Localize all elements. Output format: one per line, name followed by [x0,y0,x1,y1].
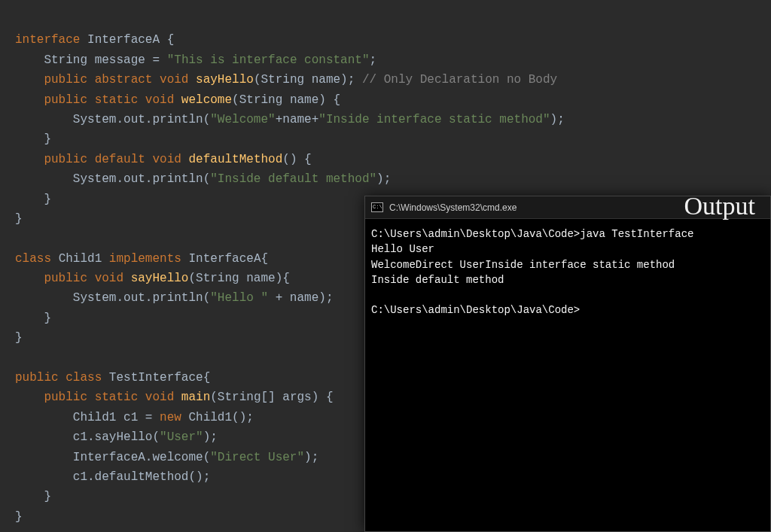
brace-close: } [15,212,23,226]
call: InterfaceA.welcome( [73,451,210,464]
string-literal: "Welcome" [210,113,275,126]
call-end: ); [203,430,218,444]
brace-open: { [167,33,175,47]
method-name: main [181,391,210,404]
params: (String name) [254,73,348,87]
kw-void: void [145,93,174,107]
brace-close: } [44,132,51,146]
kw-void: void [160,73,188,87]
cmd-line: WelcomeDirect UserInside interface stati… [371,259,675,271]
kw-class: class [15,252,51,266]
brace-open: { [261,252,268,266]
kw-void: void [145,391,174,404]
kw-void: void [95,272,123,285]
kw-default: default [95,153,145,166]
cmd-titlebar[interactable]: C:\Windows\System32\cmd.exe Output [365,196,770,219]
string-literal: "This is interface constant" [167,53,370,67]
kw-interface: interface [15,33,80,47]
params: () { [282,153,311,166]
string-literal: "Inside interface static method" [318,113,550,126]
interface-name: InterfaceA [188,252,261,266]
type: String [44,53,87,67]
kw-implements: implements [109,252,181,266]
kw-public: public [44,272,87,285]
method-name: defaultMethod [188,153,282,166]
cmd-output[interactable]: C:\Users\admin\Desktop\Java\Code>java Te… [365,219,770,326]
kw-abstract: abstract [95,73,153,87]
params: (String name){ [188,272,289,285]
call-end: ); [550,113,565,126]
string-literal: "Direct User" [210,451,304,464]
kw-public: public [44,73,87,87]
ident: message [95,53,145,67]
call: System.out.println( [73,291,210,305]
semi: ; [348,73,355,87]
call: c1.defaultMethod(); [73,470,210,484]
brace-close: } [44,312,51,325]
call: System.out.println( [73,113,210,126]
kw-public: public [44,391,87,404]
kw-static: static [95,93,139,107]
kw-public: public [44,153,87,166]
call: System.out.println( [73,172,210,186]
kw-class: class [66,371,102,385]
brace-open: { [203,371,211,385]
output-label: Output [684,192,755,220]
method-name: sayHello [131,272,189,285]
kw-public: public [44,93,87,107]
brace-close: } [44,490,51,503]
string-literal: "Hello " [210,291,268,305]
semi: ; [370,53,377,67]
kw-static: static [95,391,139,404]
cmd-line: Inside default method [371,274,504,286]
class-name: InterfaceA [87,33,160,47]
eq: = [152,53,160,67]
cmd-title: C:\Windows\System32\cmd.exe [389,202,517,213]
class-name: TestInterface [109,371,203,385]
concat: + name); [268,291,333,305]
params: (String[] args) { [210,391,333,404]
brace-close: } [15,331,23,345]
method-name: welcome [181,93,232,107]
string-literal: "Inside default method" [210,172,376,186]
brace-close: } [15,510,23,524]
comment: // Only Declaration no Body [362,73,557,87]
string-literal: "User" [160,430,203,444]
kw-new: new [160,411,181,424]
command-prompt-window[interactable]: C:\Windows\System32\cmd.exe Output C:\Us… [364,196,771,532]
concat: +name+ [276,113,319,126]
method-name: sayHello [196,73,254,87]
cmd-line: C:\Users\admin\Desktop\Java\Code> [371,304,580,316]
class-name: Child1 [59,252,102,266]
cmd-line: C:\Users\admin\Desktop\Java\Code>java Te… [371,228,693,240]
call-end: ); [304,451,318,464]
call: c1.sayHello( [73,430,160,444]
ctor: Child1(); [181,411,254,424]
brace-close: } [44,193,51,206]
kw-public: public [15,371,59,385]
params: (String name) { [232,93,340,107]
call-end: ); [376,172,391,186]
kw-void: void [152,153,181,166]
stmt: Child1 c1 = [73,411,160,424]
cmd-icon [371,202,383,212]
cmd-line: Hello User [371,243,434,255]
